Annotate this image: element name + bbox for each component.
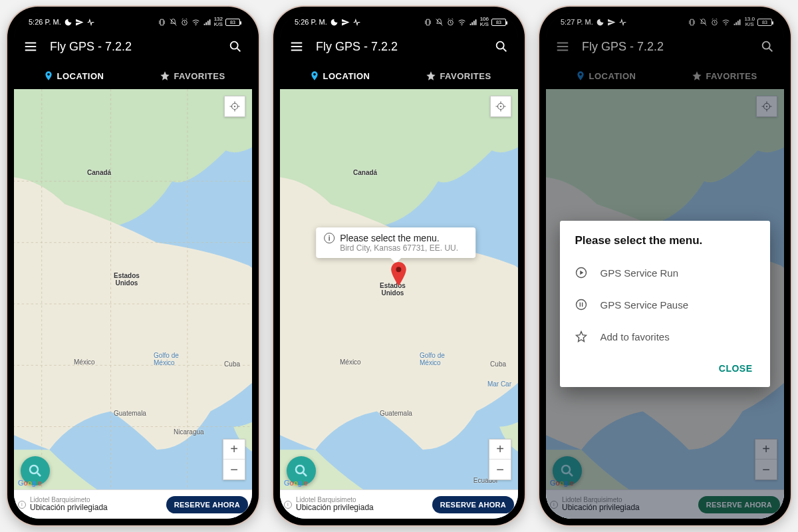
option-gps-run[interactable]: GPS Service Run: [560, 257, 769, 289]
screen-2: 5:26 P. M. 106K/S 83 Fly GPS - 7.2.2 LOC…: [280, 13, 518, 519]
zoom-controls: +−: [489, 439, 511, 480]
svg-point-2: [231, 42, 238, 49]
map-pin[interactable]: [389, 262, 408, 289]
svg-point-23: [577, 300, 587, 310]
search-button[interactable]: [491, 37, 511, 57]
map-label: Canadá: [87, 169, 111, 176]
location-pin-icon: [43, 70, 54, 81]
ad-subtitle: Ubicación privilegiada: [30, 503, 162, 512]
ad-cta-button[interactable]: RESERVE AHORA: [432, 496, 514, 513]
app-title: Fly GPS - 7.2.2: [50, 40, 216, 54]
moon-icon: [330, 18, 338, 27]
wifi-icon: [458, 18, 466, 27]
vibrate-icon: [158, 18, 166, 27]
zoom-out-button[interactable]: −: [223, 460, 245, 479]
location-tooltip[interactable]: iPlease select the menu. Bird City, Kans…: [316, 227, 475, 258]
ad-banner[interactable]: i ✕ Lidotel Barquisimeto Ubicación privi…: [14, 489, 252, 519]
map-view[interactable]: Canadá Estados Unidos México Golfo de Mé…: [14, 89, 252, 519]
signal-icon: [203, 18, 211, 27]
battery-icon: 83: [491, 19, 506, 26]
zoom-out-button[interactable]: −: [489, 460, 511, 479]
search-button[interactable]: [225, 37, 245, 57]
tab-label: LOCATION: [589, 71, 636, 81]
signal-icon: [469, 18, 477, 27]
wifi-icon: [192, 18, 200, 27]
moon-icon: [64, 18, 72, 27]
alarm-icon: [446, 18, 455, 27]
tab-location[interactable]: LOCATION: [280, 63, 399, 89]
tab-label: LOCATION: [323, 71, 370, 81]
tab-favorites[interactable]: FAVORITES: [133, 63, 252, 89]
play-circle-icon: [575, 266, 588, 279]
tab-location[interactable]: LOCATION: [546, 63, 665, 89]
vibrate-icon: [424, 18, 432, 27]
map-label: Cuba: [224, 360, 240, 368]
screen-3: 5:27 P. M. 13.0K/S 83 Fly GPS - 7.2.2 LO…: [546, 13, 784, 519]
location-pin-icon: [309, 70, 320, 81]
option-add-favorite[interactable]: Add to favorites: [560, 321, 769, 352]
map-label: Cuba: [490, 360, 506, 368]
app-bar: Fly GPS - 7.2.2: [546, 31, 784, 63]
ad-close-icon[interactable]: ✕: [15, 510, 21, 517]
wifi-icon: [722, 18, 730, 27]
tab-label: FAVORITES: [440, 71, 491, 81]
search-icon: [760, 39, 775, 54]
zoom-in-button[interactable]: +: [223, 440, 245, 460]
search-icon: [494, 39, 509, 54]
app-bar: Fly GPS - 7.2.2: [14, 31, 252, 63]
ad-info-icon[interactable]: i: [284, 501, 292, 509]
svg-point-5: [234, 106, 235, 107]
modal-overlay[interactable]: Please select the menu. GPS Service Run …: [546, 89, 784, 519]
option-label: Add to favorites: [600, 331, 669, 342]
star-icon: [160, 70, 170, 81]
tooltip-title: Please select the menu.: [340, 233, 439, 243]
my-location-button[interactable]: [490, 96, 511, 117]
app-bar: Fly GPS - 7.2.2: [280, 31, 518, 63]
ad-close-icon[interactable]: ✕: [281, 510, 287, 517]
map-label: México: [74, 358, 95, 366]
google-logo: Google: [18, 479, 42, 487]
status-time: 5:27 P. M.: [561, 18, 593, 26]
send-icon: [75, 18, 84, 27]
menu-button[interactable]: [21, 37, 41, 57]
tab-bar: LOCATION FAVORITES: [280, 63, 518, 89]
pause-circle-icon: [575, 298, 588, 311]
map-view[interactable]: Canadá Estados Unidos México Golfo de Mé…: [280, 89, 518, 519]
battery-icon: 83: [225, 19, 240, 26]
ad-text: Lidotel BarquisimetoUbicación privilegia…: [296, 496, 428, 512]
close-button[interactable]: CLOSE: [714, 359, 758, 378]
alarm-icon: [180, 18, 189, 27]
tab-favorites[interactable]: FAVORITES: [665, 63, 784, 89]
zoom-in-button[interactable]: +: [489, 440, 511, 460]
map-label: México: [340, 358, 361, 366]
option-gps-pause[interactable]: GPS Service Pause: [560, 289, 769, 321]
svg-point-16: [726, 25, 726, 25]
map-label: Canadá: [353, 169, 377, 176]
my-location-button[interactable]: [224, 96, 245, 117]
status-time: 5:26 P. M.: [29, 18, 61, 26]
search-icon: [228, 39, 243, 54]
map-label: Golfo de México: [154, 352, 179, 366]
ad-banner[interactable]: i ✕ Lidotel BarquisimetoUbicación privil…: [280, 489, 518, 519]
menu-button[interactable]: [287, 37, 307, 57]
alarm-icon: [710, 18, 719, 27]
status-time: 5:26 P. M.: [295, 18, 327, 26]
tab-location[interactable]: LOCATION: [14, 63, 133, 89]
tab-favorites[interactable]: FAVORITES: [399, 63, 518, 89]
option-label: GPS Service Pause: [600, 299, 688, 311]
search-button[interactable]: [757, 37, 777, 57]
map-land: [280, 89, 518, 519]
map-land: [14, 89, 252, 519]
pulse-icon: [618, 18, 627, 27]
camera-notch: [394, 11, 404, 20]
ad-info-icon[interactable]: i: [18, 501, 26, 509]
ad-cta-button[interactable]: RESERVE AHORA: [166, 496, 248, 513]
svg-point-13: [500, 106, 501, 107]
send-icon: [607, 18, 616, 27]
ad-text: Lidotel Barquisimeto Ubicación privilegi…: [30, 496, 162, 512]
phone-frame-1: 5:26 P. M. 132K/S 83 Fly GPS - 7.2.2: [7, 7, 259, 525]
moon-icon: [596, 18, 604, 27]
menu-button[interactable]: [553, 37, 573, 57]
send-icon: [341, 18, 350, 27]
crosshair-icon: [229, 100, 241, 112]
